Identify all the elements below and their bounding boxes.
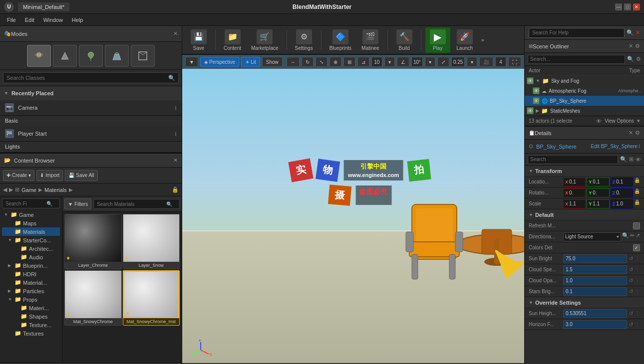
tree-item-maps[interactable]: 📁 Maps (2, 219, 60, 227)
transform-section-header[interactable]: ▼ Transform (525, 166, 644, 177)
scale-arrow-button[interactable]: ▾ (467, 57, 477, 67)
toolbar-build-button[interactable]: 🔨 Build (392, 27, 417, 53)
angle-arrow-button[interactable]: ▾ (425, 57, 435, 67)
details-edit-link[interactable]: Edit BP_Sky_Sphere i (591, 144, 640, 149)
default-section-header[interactable]: ▼ Default (525, 209, 644, 220)
maximize-button[interactable]: □ (624, 3, 631, 10)
directional-field[interactable]: Light Source ▾ (563, 232, 621, 241)
search-help-input[interactable] (529, 28, 625, 38)
so-view-options[interactable]: View Options (605, 118, 634, 124)
angle-size-value[interactable]: 10° (411, 57, 423, 67)
scale-y-field[interactable]: Y 1.1 (587, 199, 609, 208)
horizon-f-reset-icon[interactable]: ↺ (629, 322, 633, 327)
surface-snapping-button[interactable]: ⊿ (357, 57, 369, 67)
tree-item-textures-sub[interactable]: 📁 Texture... (2, 321, 60, 329)
menu-file[interactable]: File (3, 16, 20, 24)
details-settings-icon[interactable]: ⚙ (635, 130, 640, 136)
camera-speed-button[interactable]: 🎥 (479, 57, 493, 67)
transform-translate-button[interactable]: ↔ (287, 57, 300, 67)
asset-mat-snowy-chrome[interactable]: ★ Mat_SnowyChrome (64, 270, 122, 326)
stars-brig-options-icon[interactable]: ⋮ (635, 289, 640, 294)
so-search-input[interactable] (528, 55, 625, 64)
tree-item-particles[interactable]: ▶ 📁 Particles (2, 287, 60, 295)
stars-brig-field[interactable]: 0.1 (563, 287, 627, 296)
scale-size-value[interactable]: 0.25 (451, 57, 465, 67)
sun-heigh-reset-icon[interactable]: ↺ (629, 311, 633, 316)
asset-layer-snow[interactable]: ★ Layer_Snow (123, 214, 180, 269)
rotation-z-field[interactable]: Z 0. (611, 188, 633, 197)
sun-heigh-field[interactable]: 0.530551 (563, 309, 627, 318)
sun-bright-field[interactable]: 75.0 (563, 254, 627, 263)
camera-info-icon[interactable]: ℹ (175, 105, 177, 111)
toolbar-marketplace-button[interactable]: 🛒 Marketplace (247, 27, 282, 53)
so-item-sky-fog[interactable]: 👁 ▼ 📁 Sky and Fog (525, 76, 644, 86)
cloud-opa-options-icon[interactable]: ⋮ (635, 278, 640, 283)
toolbar-blueprints-button[interactable]: 🔷 Blueprints (325, 27, 355, 53)
details-view-icon[interactable]: ⊞ (629, 156, 634, 163)
so-settings-icon[interactable]: ⚙ (635, 43, 640, 49)
toolbar-launch-button[interactable]: 🚀 Launch (452, 27, 477, 53)
forward-button[interactable]: ▶ (9, 186, 13, 193)
so-static-meshes-visibility-icon[interactable]: 👁 (527, 107, 534, 114)
viewport[interactable]: ▼ ◈ Perspective ☀ Lit Show ↔ ↻ ⤡ ⊕ ⊞ (182, 55, 524, 364)
snap-grid-button[interactable]: ⊞ (343, 57, 355, 67)
location-y-field[interactable]: Y 0.1 (587, 178, 609, 186)
viewport-options-button[interactable]: ▼ (185, 57, 198, 67)
mode-sculpt-icon[interactable] (53, 45, 77, 67)
camera-speed-value[interactable]: 4 (495, 57, 506, 67)
transform-rotate-button[interactable]: ↻ (302, 57, 314, 67)
refresh-m-checkbox[interactable] (633, 222, 640, 229)
tree-view-icon[interactable]: ⊞ (15, 186, 19, 193)
details-eye-icon[interactable]: 👁 (636, 157, 641, 163)
details-close-button[interactable]: ✕ (629, 130, 633, 136)
maximize-viewport-button[interactable]: ⛶ (508, 57, 521, 67)
override-section-header[interactable]: ▼ Override Settings (525, 297, 644, 308)
mode-paint-icon[interactable] (105, 45, 129, 67)
directional-search-icon[interactable]: 🔍 (622, 232, 629, 241)
location-z-field[interactable]: Z 0.1 (611, 178, 633, 186)
assets-search-input[interactable] (97, 201, 166, 207)
cloud-spe-options-icon[interactable]: ⋮ (635, 267, 640, 272)
more-buttons-icon[interactable]: » (481, 37, 484, 43)
search-help-close-icon[interactable]: ✕ (636, 29, 640, 36)
back-button[interactable]: ◀ (3, 186, 7, 193)
mode-geometry-icon[interactable] (131, 45, 155, 67)
cloud-spe-field[interactable]: 1.5 (563, 265, 627, 274)
toolbar-content-button[interactable]: 📁 Content (220, 27, 245, 53)
project-tab[interactable]: Minimal_Default* (18, 2, 69, 11)
sun-bright-options-icon[interactable]: ⋮ (635, 256, 640, 261)
location-x-field[interactable]: X 0.1 (563, 178, 586, 186)
mode-foliage-icon[interactable] (79, 45, 103, 67)
scale-x-field[interactable]: X 1.1 (563, 199, 586, 208)
tree-item-textures[interactable]: 📁 Textures (2, 329, 60, 338)
angle-snap-button[interactable]: ∠ (397, 57, 409, 67)
tree-item-hdri[interactable]: 📁 HDRI (2, 270, 60, 278)
cloud-opa-field[interactable]: 1.0 (563, 276, 627, 285)
grid-size-button[interactable]: ▾ (384, 57, 395, 67)
location-lock-icon[interactable]: 🔒 (634, 178, 640, 186)
directional-arrow2-icon[interactable]: ↗ (636, 232, 640, 241)
so-settings2-icon[interactable]: ⚙ (636, 56, 641, 62)
tree-item-game[interactable]: ▼ 📁 Game (2, 210, 60, 219)
import-button[interactable]: ⬇ Import (36, 170, 63, 181)
directional-pencil-icon[interactable]: ✏ (630, 232, 635, 241)
toolbar-settings-button[interactable]: ⚙ Settings (291, 27, 317, 53)
grid-size-value[interactable]: 10 (371, 57, 382, 67)
menu-help[interactable]: Help (68, 16, 87, 24)
so-bp-sky-sphere-visibility-icon[interactable]: 👁 (533, 97, 540, 104)
rotation-y-field[interactable]: Y 0. (587, 188, 609, 197)
cloud-opa-reset-icon[interactable]: ↺ (629, 278, 633, 283)
tree-item-blueprints[interactable]: ▶ 📁 Blueprin... (2, 261, 60, 270)
scale-lock-icon[interactable]: 🔒 (634, 199, 640, 208)
path-materials[interactable]: Materials (44, 187, 67, 193)
save-all-button[interactable]: 💾 Save All (65, 170, 97, 181)
tree-item-props[interactable]: ▼ 📁 Props (2, 295, 60, 304)
search-classes-input[interactable] (6, 75, 165, 81)
coord-system-button[interactable]: ⊕ (329, 57, 341, 67)
cb-tree-search-input[interactable] (5, 201, 46, 206)
player-start-info-icon[interactable]: ℹ (175, 131, 177, 137)
sun-heigh-options-icon[interactable]: ⋮ (635, 311, 640, 316)
horizon-f-field[interactable]: 3.0 (563, 320, 627, 329)
toolbar-matinee-button[interactable]: 🎬 Matinee (357, 27, 383, 53)
so-close-button[interactable]: ✕ (629, 43, 633, 49)
